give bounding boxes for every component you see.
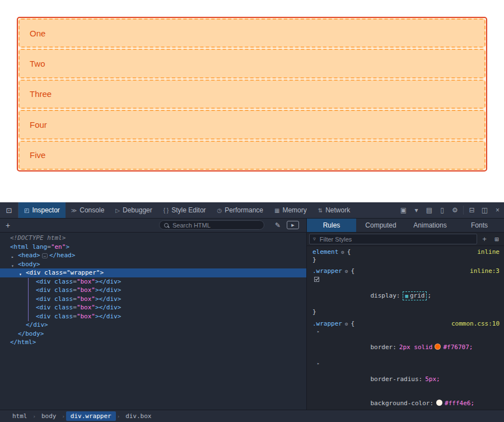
color-swatch-fff4e6[interactable] (436, 400, 442, 406)
search-icon (164, 223, 169, 228)
tab-label: Performance (225, 206, 263, 214)
search-html-box[interactable] (159, 220, 264, 230)
markup-line-box[interactable]: <div class="box"></div> (0, 286, 306, 295)
tab-label: Memory (282, 206, 306, 214)
markup-line-wrapper-close[interactable]: </div> (0, 321, 306, 330)
tab-fonts[interactable]: Fonts (455, 219, 504, 232)
declaration-background-color[interactable]: background-color:#fff4e6; (312, 391, 500, 410)
tab-memory[interactable]: ▦ Memory (269, 202, 312, 218)
search-input[interactable] (171, 221, 259, 229)
tab-label: Style Editor (171, 206, 206, 214)
markup-line-head[interactable]: ▸<head>…</head> (0, 251, 306, 260)
grid-wrapper: One Two Three Four Five (17, 17, 487, 171)
breadcrumb-div-box[interactable]: div.box (121, 411, 156, 421)
tab-performance[interactable]: ◷ Performance (212, 202, 269, 218)
rules-filter-row: ▽ + ⊞ (307, 233, 504, 246)
tab-inspector[interactable]: ◰ Inspector (18, 202, 66, 218)
add-rule-icon[interactable]: + (479, 235, 489, 243)
tab-console[interactable]: ≫ Console (66, 202, 110, 218)
declaration-checkbox[interactable] (314, 277, 319, 282)
grid-box-three: Three (18, 80, 486, 109)
rule-selector-line[interactable]: .wrapper ⚙ { common.css:10 (312, 320, 500, 328)
eyedropper-icon[interactable]: ✎ (272, 220, 283, 231)
play-icon: ▶ (291, 223, 294, 228)
markup-line-html-open[interactable]: <html lang="en"> (0, 243, 306, 252)
breadcrumb-html[interactable]: html (8, 411, 32, 421)
devtools-subbar: + ✎ ▶ Rules Computed Animations Fonts (0, 219, 504, 233)
add-node-button[interactable]: + (0, 219, 16, 232)
grid-box-label: Three (30, 89, 52, 99)
markup-line-body-close[interactable]: </body> (0, 330, 306, 338)
paint-flashing-button[interactable]: ▶ (287, 221, 299, 229)
rules-view: ▽ + ⊞ element ⚙ { inline } (307, 233, 504, 410)
tab-label: Debugger (123, 206, 152, 214)
markup-line-wrapper-open[interactable]: ▾<div class="wrapper"> (0, 268, 306, 277)
breadcrumb-body[interactable]: body (37, 411, 61, 421)
markup-line-doctype[interactable]: <!DOCTYPE html> (0, 234, 306, 243)
pick-element-icon: ⊡ (6, 206, 12, 215)
memory-icon: ▦ (274, 207, 279, 214)
console-icon: ≫ (71, 207, 77, 214)
gear-icon[interactable]: ⚙ (341, 248, 344, 256)
gear-icon[interactable]: ⚙ (345, 320, 348, 328)
tab-debugger[interactable]: ▷ Debugger (110, 202, 157, 218)
demo-page: One Two Three Four Five (0, 0, 504, 202)
pseudo-class-panel-icon[interactable]: ⊞ (492, 235, 502, 243)
devtools-content: <!DOCTYPE html> <html lang="en"> ▸<head>… (0, 233, 504, 410)
color-swatch-f76707[interactable] (435, 344, 441, 350)
responsive-design-mode-icon[interactable]: ▣ (397, 202, 410, 218)
grid-value-badge[interactable]: ▦grid (403, 291, 427, 300)
toolbar-separator (463, 206, 464, 215)
rule-element: element ⚙ { inline } (307, 248, 504, 264)
filter-styles-box[interactable]: ▽ (309, 234, 477, 244)
markup-line-box[interactable]: <div class="box"></div> (0, 312, 306, 321)
rule-selector-line[interactable]: element ⚙ { inline (312, 248, 500, 256)
grid-box-label: Five (30, 150, 45, 160)
tab-animations[interactable]: Animations (405, 219, 455, 232)
devtools-panel: ⊡ ◰ Inspector ≫ Console ▷ Debugger { } S… (0, 202, 504, 422)
expand-arrow-icon[interactable]: ▸ (317, 360, 320, 368)
filter-styles-input[interactable] (319, 235, 473, 243)
markup-line-html-close[interactable]: </html> (0, 338, 306, 347)
grid-box-one: One (18, 18, 486, 48)
grid-box-four: Four (18, 110, 486, 139)
device-icon[interactable]: ▯ (436, 202, 449, 218)
rule-selector-line[interactable]: .wrapper ⚙ { inline:3 (312, 267, 500, 275)
sidebar-tabs: Rules Computed Animations Fonts (307, 219, 504, 232)
declaration-border-radius[interactable]: ▸ border-radius:5px; (312, 360, 500, 392)
stylesheet-link[interactable]: common.css:10 (451, 320, 500, 328)
pick-element-button[interactable]: ⊡ (0, 202, 18, 218)
tab-rules[interactable]: Rules (307, 219, 356, 232)
markup-view: <!DOCTYPE html> <html lang="en"> ▸<head>… (0, 233, 307, 410)
markup-toolbar: + ✎ ▶ (0, 219, 307, 232)
debugger-icon: ▷ (115, 207, 120, 214)
markup-line-body-open[interactable]: ▾<body> (0, 260, 306, 269)
rules-list: element ⚙ { inline } .wrapper ⚙ { inline… (307, 246, 504, 410)
grid-highlighter-icon[interactable]: ▦ (405, 293, 408, 299)
breadcrumb: html › body › div.wrapper › div.box (0, 410, 504, 422)
rulers-icon[interactable]: ▤ (423, 202, 436, 218)
tab-computed[interactable]: Computed (356, 219, 405, 232)
grid-box-label: Four (30, 120, 47, 129)
tab-network[interactable]: ⇅ Network (312, 202, 356, 218)
dock-side-icon[interactable]: ◫ (478, 202, 491, 218)
chevron-right-icon: › (117, 414, 120, 419)
markup-line-box[interactable]: <div class="box"></div> (0, 303, 306, 312)
declaration-border[interactable]: ▸ border:2px solid#f76707; (312, 328, 500, 360)
markup-line-box[interactable]: <div class="box"></div> (0, 295, 306, 304)
breadcrumb-div-wrapper[interactable]: div.wrapper (66, 411, 116, 421)
close-icon[interactable]: × (491, 202, 504, 218)
gear-icon[interactable]: ⚙ (345, 267, 348, 275)
tab-label: Inspector (32, 206, 59, 214)
stylesheet-link[interactable]: inline:3 (470, 267, 500, 275)
collapsed-content-pill[interactable]: … (42, 253, 48, 258)
dropdown-caret-icon[interactable]: ▾ (410, 202, 423, 218)
filter-icon: ▽ (313, 236, 316, 242)
markup-line-box[interactable]: <div class="box"></div> (0, 277, 306, 286)
tab-style-editor[interactable]: { } Style Editor (158, 202, 212, 218)
expand-arrow-icon[interactable]: ▸ (317, 328, 320, 336)
stylesheet-link[interactable]: inline (477, 248, 500, 256)
declaration-display[interactable]: display:▦grid; (312, 276, 500, 309)
dock-bottom-icon[interactable]: ⊟ (465, 202, 478, 218)
settings-icon[interactable]: ⚙ (449, 202, 461, 218)
